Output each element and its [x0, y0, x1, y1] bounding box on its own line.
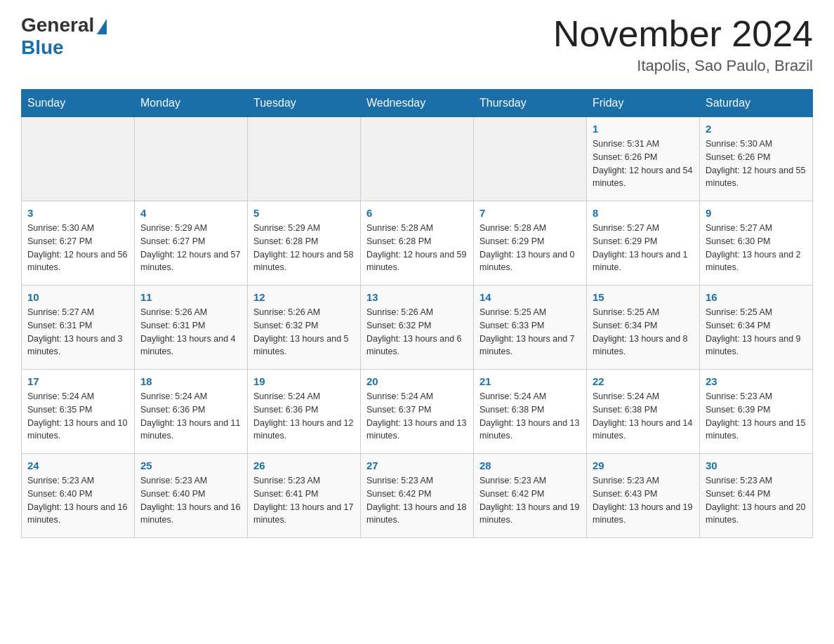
day-number: 15 [593, 291, 694, 303]
day-number: 21 [479, 375, 581, 387]
calendar-cell: 27Sunrise: 5:23 AMSunset: 6:42 PMDayligh… [361, 454, 474, 538]
day-info: Sunrise: 5:23 AMSunset: 6:44 PMDaylight:… [706, 474, 807, 527]
calendar-cell: 2Sunrise: 5:30 AMSunset: 6:26 PMDaylight… [700, 117, 813, 201]
calendar-cell [361, 117, 474, 201]
day-info: Sunrise: 5:27 AMSunset: 6:30 PMDaylight:… [706, 222, 807, 274]
calendar-week-row: 24Sunrise: 5:23 AMSunset: 6:40 PMDayligh… [22, 454, 813, 538]
calendar-cell: 15Sunrise: 5:25 AMSunset: 6:34 PMDayligh… [587, 286, 700, 370]
calendar-cell: 16Sunrise: 5:25 AMSunset: 6:34 PMDayligh… [700, 286, 813, 370]
day-number: 6 [366, 207, 468, 219]
day-info: Sunrise: 5:24 AMSunset: 6:37 PMDaylight:… [366, 390, 468, 443]
weekday-header-monday: Monday [135, 90, 248, 117]
day-info: Sunrise: 5:29 AMSunset: 6:27 PMDaylight:… [140, 222, 241, 274]
calendar-week-row: 10Sunrise: 5:27 AMSunset: 6:31 PMDayligh… [22, 286, 813, 370]
calendar-cell: 9Sunrise: 5:27 AMSunset: 6:30 PMDaylight… [700, 201, 813, 286]
day-info: Sunrise: 5:25 AMSunset: 6:33 PMDaylight:… [479, 306, 581, 358]
calendar-cell: 17Sunrise: 5:24 AMSunset: 6:35 PMDayligh… [22, 370, 135, 454]
day-number: 5 [253, 207, 355, 219]
day-info: Sunrise: 5:29 AMSunset: 6:28 PMDaylight:… [253, 222, 355, 274]
title-area: November 2024 Itapolis, Sao Paulo, Brazi… [553, 14, 813, 75]
calendar-cell: 13Sunrise: 5:26 AMSunset: 6:32 PMDayligh… [361, 286, 474, 370]
day-number: 1 [593, 123, 694, 135]
day-info: Sunrise: 5:28 AMSunset: 6:29 PMDaylight:… [479, 222, 581, 274]
calendar-cell: 5Sunrise: 5:29 AMSunset: 6:28 PMDaylight… [248, 201, 361, 286]
day-number: 29 [593, 459, 694, 471]
day-info: Sunrise: 5:26 AMSunset: 6:32 PMDaylight:… [253, 306, 355, 358]
weekday-header-sunday: Sunday [22, 90, 135, 117]
calendar-cell [248, 117, 361, 201]
day-info: Sunrise: 5:24 AMSunset: 6:36 PMDaylight:… [253, 390, 355, 443]
day-info: Sunrise: 5:24 AMSunset: 6:38 PMDaylight:… [593, 390, 694, 443]
day-info: Sunrise: 5:26 AMSunset: 6:31 PMDaylight:… [140, 306, 241, 358]
day-number: 14 [479, 291, 581, 303]
day-info: Sunrise: 5:23 AMSunset: 6:43 PMDaylight:… [593, 474, 694, 527]
day-number: 30 [706, 459, 807, 471]
day-info: Sunrise: 5:30 AMSunset: 6:27 PMDaylight:… [27, 222, 128, 274]
day-number: 13 [366, 291, 468, 303]
calendar-cell: 6Sunrise: 5:28 AMSunset: 6:28 PMDaylight… [361, 201, 474, 286]
day-number: 24 [27, 459, 128, 471]
day-info: Sunrise: 5:24 AMSunset: 6:35 PMDaylight:… [27, 390, 128, 443]
calendar-cell: 23Sunrise: 5:23 AMSunset: 6:39 PMDayligh… [700, 370, 813, 454]
day-info: Sunrise: 5:27 AMSunset: 6:31 PMDaylight:… [27, 306, 128, 358]
day-info: Sunrise: 5:24 AMSunset: 6:36 PMDaylight:… [140, 390, 241, 443]
calendar-cell: 30Sunrise: 5:23 AMSunset: 6:44 PMDayligh… [700, 454, 813, 538]
page-header: General Blue November 2024 Itapolis, Sao… [21, 14, 813, 75]
day-info: Sunrise: 5:23 AMSunset: 6:42 PMDaylight:… [479, 474, 581, 527]
day-number: 7 [479, 207, 581, 219]
day-info: Sunrise: 5:30 AMSunset: 6:26 PMDaylight:… [706, 137, 807, 190]
calendar-cell [135, 117, 248, 201]
day-number: 23 [706, 375, 807, 387]
day-number: 18 [140, 375, 241, 387]
logo-general-text: General [21, 14, 94, 36]
weekday-header-row: SundayMondayTuesdayWednesdayThursdayFrid… [22, 90, 813, 117]
weekday-header-tuesday: Tuesday [248, 90, 361, 117]
day-number: 27 [366, 459, 468, 471]
calendar-cell: 10Sunrise: 5:27 AMSunset: 6:31 PMDayligh… [22, 286, 135, 370]
day-number: 10 [27, 291, 128, 303]
weekday-header-thursday: Thursday [474, 90, 587, 117]
day-number: 3 [27, 207, 128, 219]
calendar-header: SundayMondayTuesdayWednesdayThursdayFrid… [22, 90, 813, 117]
day-info: Sunrise: 5:23 AMSunset: 6:42 PMDaylight:… [366, 474, 468, 527]
day-number: 28 [479, 459, 581, 471]
calendar-week-row: 17Sunrise: 5:24 AMSunset: 6:35 PMDayligh… [22, 370, 813, 454]
calendar-cell: 20Sunrise: 5:24 AMSunset: 6:37 PMDayligh… [361, 370, 474, 454]
day-number: 4 [140, 207, 241, 219]
day-number: 19 [253, 375, 355, 387]
calendar-cell: 24Sunrise: 5:23 AMSunset: 6:40 PMDayligh… [22, 454, 135, 538]
calendar-cell: 19Sunrise: 5:24 AMSunset: 6:36 PMDayligh… [248, 370, 361, 454]
calendar-body: 1Sunrise: 5:31 AMSunset: 6:26 PMDaylight… [22, 117, 813, 538]
calendar-cell: 22Sunrise: 5:24 AMSunset: 6:38 PMDayligh… [587, 370, 700, 454]
day-number: 2 [706, 123, 807, 135]
day-info: Sunrise: 5:23 AMSunset: 6:40 PMDaylight:… [27, 474, 128, 527]
day-info: Sunrise: 5:26 AMSunset: 6:32 PMDaylight:… [366, 306, 468, 358]
calendar-cell: 25Sunrise: 5:23 AMSunset: 6:40 PMDayligh… [135, 454, 248, 538]
day-number: 17 [27, 375, 128, 387]
calendar-cell: 26Sunrise: 5:23 AMSunset: 6:41 PMDayligh… [248, 454, 361, 538]
day-info: Sunrise: 5:24 AMSunset: 6:38 PMDaylight:… [479, 390, 581, 443]
day-number: 25 [140, 459, 241, 471]
logo: General Blue [21, 14, 107, 59]
weekday-header-saturday: Saturday [700, 90, 813, 117]
day-number: 12 [253, 291, 355, 303]
calendar-cell: 14Sunrise: 5:25 AMSunset: 6:33 PMDayligh… [474, 286, 587, 370]
weekday-header-wednesday: Wednesday [361, 90, 474, 117]
calendar-cell: 18Sunrise: 5:24 AMSunset: 6:36 PMDayligh… [135, 370, 248, 454]
calendar-cell: 21Sunrise: 5:24 AMSunset: 6:38 PMDayligh… [474, 370, 587, 454]
day-number: 16 [706, 291, 807, 303]
day-number: 11 [140, 291, 241, 303]
logo-blue-text: Blue [21, 36, 64, 59]
day-info: Sunrise: 5:31 AMSunset: 6:26 PMDaylight:… [593, 137, 694, 190]
calendar-week-row: 1Sunrise: 5:31 AMSunset: 6:26 PMDaylight… [22, 117, 813, 201]
day-number: 9 [706, 207, 807, 219]
day-info: Sunrise: 5:28 AMSunset: 6:28 PMDaylight:… [366, 222, 468, 274]
day-number: 26 [253, 459, 355, 471]
calendar-cell: 12Sunrise: 5:26 AMSunset: 6:32 PMDayligh… [248, 286, 361, 370]
calendar-cell: 3Sunrise: 5:30 AMSunset: 6:27 PMDaylight… [22, 201, 135, 286]
day-info: Sunrise: 5:23 AMSunset: 6:41 PMDaylight:… [253, 474, 355, 527]
calendar-cell: 29Sunrise: 5:23 AMSunset: 6:43 PMDayligh… [587, 454, 700, 538]
calendar-cell: 28Sunrise: 5:23 AMSunset: 6:42 PMDayligh… [474, 454, 587, 538]
calendar-cell: 1Sunrise: 5:31 AMSunset: 6:26 PMDaylight… [587, 117, 700, 201]
calendar-table: SundayMondayTuesdayWednesdayThursdayFrid… [21, 89, 813, 538]
